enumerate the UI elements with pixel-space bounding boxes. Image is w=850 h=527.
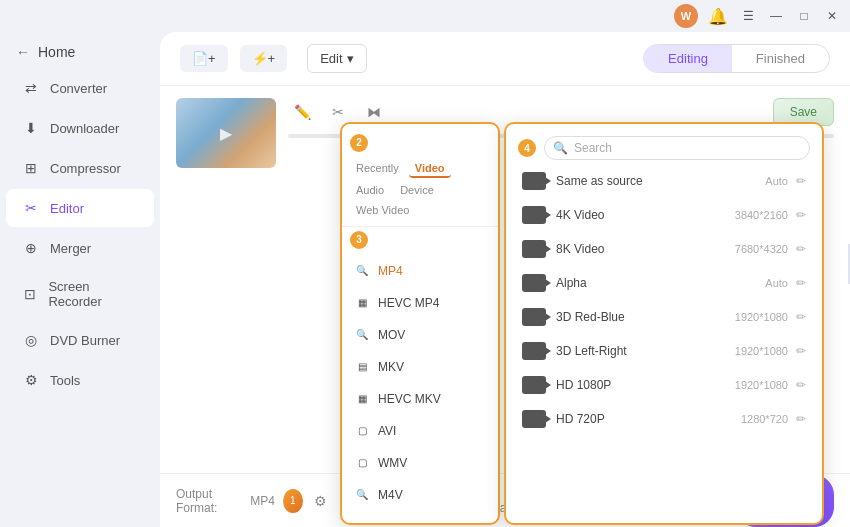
quality-icon xyxy=(522,376,546,394)
content-area: 📄+ ⚡+ Edit ▾ Editing Finished ✏️ ✂ ⧓ xyxy=(160,32,850,527)
hevc-mp4-icon: ▦ xyxy=(354,295,370,311)
output-format-section: Output Format: MP4 1 ⚙ xyxy=(176,487,330,515)
video-thumbnail xyxy=(176,98,276,168)
format-item-avi[interactable]: ▢ AVI xyxy=(342,415,498,447)
quality-edit-icon[interactable]: ✏ xyxy=(796,276,806,290)
format-tab-device[interactable]: Device xyxy=(394,182,440,198)
avi-icon: ▢ xyxy=(354,423,370,439)
quality-icon xyxy=(522,172,546,190)
format-item-hevc-mkv[interactable]: ▦ HEVC MKV xyxy=(342,383,498,415)
format-tab-audio[interactable]: Audio xyxy=(350,182,390,198)
quality-icon xyxy=(522,342,546,360)
format-item-wmv[interactable]: ▢ WMV xyxy=(342,447,498,479)
quality-item-3d-red-blue[interactable]: 3D Red-Blue 1920*1080 ✏ xyxy=(510,300,818,334)
title-bar: W 🔔 ☰ — □ ✕ xyxy=(0,0,850,32)
sidebar-label-merger: Merger xyxy=(50,241,91,256)
format-tab-recently[interactable]: Recently xyxy=(350,160,405,178)
search-bar[interactable]: 🔍 Search xyxy=(544,136,810,160)
quality-icon xyxy=(522,240,546,258)
quality-item-alpha[interactable]: Alpha Auto ✏ xyxy=(510,266,818,300)
format-overlay: 2 Recently Video Audio Device Web Video … xyxy=(340,122,824,525)
hamburger-icon[interactable]: ☰ xyxy=(738,6,758,26)
sidebar-label-screen-recorder: Screen Recorder xyxy=(48,279,138,309)
sidebar-label-tools: Tools xyxy=(50,373,80,388)
output-format-label: Output Format: xyxy=(176,487,242,515)
quality-item-same-as-source[interactable]: Same as source Auto ✏ xyxy=(510,164,818,198)
sidebar-item-dvd-burner[interactable]: ◎ DVD Burner xyxy=(6,321,154,359)
wmv-icon: ▢ xyxy=(354,455,370,471)
format-list: 🔍 MP4 ▦ HEVC MP4 🔍 MOV ▤ MKV xyxy=(342,251,498,515)
output-format-dropdown-button[interactable]: 1 xyxy=(283,489,303,513)
quality-edit-icon[interactable]: ✏ xyxy=(796,208,806,222)
quality-edit-icon[interactable]: ✏ xyxy=(796,344,806,358)
quality-item-4k[interactable]: 4K Video 3840*2160 ✏ xyxy=(510,198,818,232)
format-item-mp4[interactable]: 🔍 MP4 xyxy=(342,255,498,287)
sidebar-item-tools[interactable]: ⚙ Tools xyxy=(6,361,154,399)
sidebar-item-compressor[interactable]: ⊞ Compressor xyxy=(6,149,154,187)
sidebar-item-screen-recorder[interactable]: ⊡ Screen Recorder xyxy=(6,269,154,319)
screen-recorder-icon: ⊡ xyxy=(22,285,38,303)
tools-icon: ⚙ xyxy=(22,371,40,389)
format-tab-web-video[interactable]: Web Video xyxy=(350,202,415,218)
quality-edit-icon[interactable]: ✏ xyxy=(796,378,806,392)
format-item-m4v[interactable]: 🔍 M4V xyxy=(342,479,498,511)
add-files-button[interactable]: 📄+ xyxy=(180,45,228,72)
quality-item-hd-1080p[interactable]: HD 1080P 1920*1080 ✏ xyxy=(510,368,818,402)
quality-list: Same as source Auto ✏ 4K Video 3840*2160… xyxy=(506,164,822,436)
format-item-mov[interactable]: 🔍 MOV xyxy=(342,319,498,351)
close-button[interactable]: ✕ xyxy=(822,6,842,26)
converter-icon: ⇄ xyxy=(22,79,40,97)
format-item-mkv[interactable]: ▤ MKV xyxy=(342,351,498,383)
format-tab-video[interactable]: Video xyxy=(409,160,451,178)
quality-edit-icon[interactable]: ✏ xyxy=(796,242,806,256)
tab-group: Editing Finished xyxy=(643,44,830,73)
quality-res: Auto xyxy=(765,175,788,187)
sidebar-label-downloader: Downloader xyxy=(50,121,119,136)
output-settings-icon[interactable]: ⚙ xyxy=(311,489,331,513)
quality-edit-icon[interactable]: ✏ xyxy=(796,310,806,324)
sidebar-home[interactable]: ← Home xyxy=(0,36,160,68)
quality-label: 3D Red-Blue xyxy=(556,310,735,324)
format-label-mov: MOV xyxy=(378,328,405,342)
quality-res: 1280*720 xyxy=(741,413,788,425)
format-item-hevc-mp4[interactable]: ▦ HEVC MP4 xyxy=(342,287,498,319)
add-icon: 📄+ xyxy=(192,51,216,66)
dvd-burner-icon: ◎ xyxy=(22,331,40,349)
badge-3: 3 xyxy=(350,231,368,249)
edit-dropdown[interactable]: Edit ▾ xyxy=(307,44,366,73)
maximize-button[interactable]: □ xyxy=(794,6,814,26)
tab-editing[interactable]: Editing xyxy=(644,45,732,72)
editor-icon: ✂ xyxy=(22,199,40,217)
user-avatar[interactable]: W xyxy=(674,4,698,28)
edit-pencil-icon[interactable]: ✏️ xyxy=(288,98,316,126)
quality-item-8k[interactable]: 8K Video 7680*4320 ✏ xyxy=(510,232,818,266)
quality-res: 1920*1080 xyxy=(735,345,788,357)
quality-label: 4K Video xyxy=(556,208,735,222)
minimize-button[interactable]: — xyxy=(766,6,786,26)
format-tabs: Recently Video Audio Device Web Video xyxy=(342,156,498,227)
add-speed-button[interactable]: ⚡+ xyxy=(240,45,288,72)
mkv-icon: ▤ xyxy=(354,359,370,375)
notification-icon[interactable]: 🔔 xyxy=(706,4,730,28)
format-label-wmv: WMV xyxy=(378,456,407,470)
format-left-panel: 2 Recently Video Audio Device Web Video … xyxy=(340,122,500,525)
format-label-m4v: M4V xyxy=(378,488,403,502)
sidebar-item-downloader[interactable]: ⬇ Downloader xyxy=(6,109,154,147)
tab-finished[interactable]: Finished xyxy=(732,45,829,72)
quality-edit-icon[interactable]: ✏ xyxy=(796,412,806,426)
format-right-panel: 4 🔍 Search Same as source Auto ✏ xyxy=(504,122,824,525)
sidebar-item-converter[interactable]: ⇄ Converter xyxy=(6,69,154,107)
quality-label: Same as source xyxy=(556,174,765,188)
m4v-icon: 🔍 xyxy=(354,487,370,503)
quality-label: 8K Video xyxy=(556,242,735,256)
sidebar-item-merger[interactable]: ⊕ Merger xyxy=(6,229,154,267)
sidebar-label-editor: Editor xyxy=(50,201,84,216)
quality-label: 3D Left-Right xyxy=(556,344,735,358)
quality-label: HD 1080P xyxy=(556,378,735,392)
quality-item-3d-left-right[interactable]: 3D Left-Right 1920*1080 ✏ xyxy=(510,334,818,368)
main-layout: ← Home ⇄ Converter ⬇ Downloader ⊞ Compre… xyxy=(0,32,850,527)
quality-item-hd-720p[interactable]: HD 720P 1280*720 ✏ xyxy=(510,402,818,436)
sidebar-item-editor[interactable]: ✂ Editor xyxy=(6,189,154,227)
quality-edit-icon[interactable]: ✏ xyxy=(796,174,806,188)
badge-4: 4 xyxy=(518,139,536,157)
